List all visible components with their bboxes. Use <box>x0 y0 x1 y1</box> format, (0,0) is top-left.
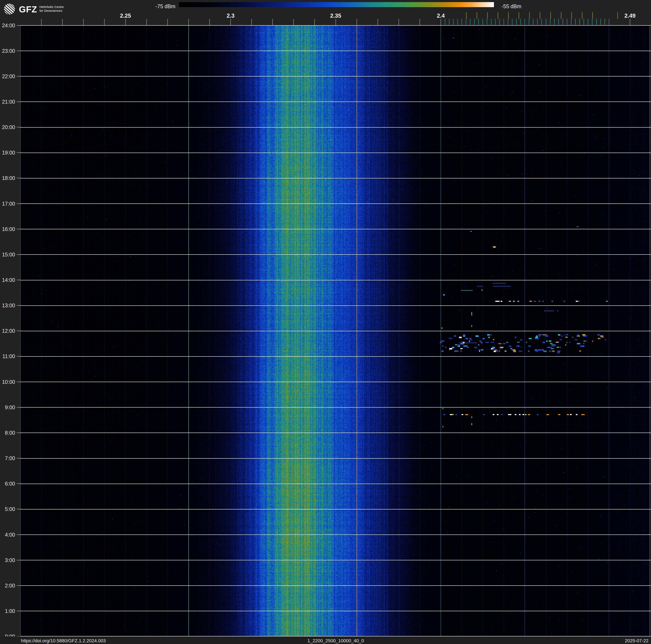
time-tick-label: 22:00 <box>0 73 15 79</box>
time-tick <box>17 560 20 560</box>
channel-tick-yellow <box>592 12 593 19</box>
channel-tick-yellow <box>582 12 582 19</box>
freq-minor-tick <box>167 19 168 25</box>
time-tick <box>17 585 20 586</box>
time-tick-label: 10:00 <box>0 379 15 385</box>
freq-minor-tick <box>188 19 189 25</box>
time-tick-label: 11:00 <box>0 353 15 359</box>
time-tick <box>17 229 20 229</box>
time-tick <box>17 534 20 535</box>
freq-minor-tick <box>293 19 294 25</box>
time-tick <box>17 254 20 255</box>
freq-tick-label: 2.3 <box>226 12 235 19</box>
channel-tick-cyan <box>491 19 491 25</box>
channel-tick-cyan <box>516 19 517 25</box>
gfz-subtitle-line1: Helmholtz Centre <box>39 5 64 9</box>
time-tick-label: 20:00 <box>0 124 15 130</box>
freq-minor-tick <box>378 19 378 25</box>
gfz-subtitle-line2: for Geosciences <box>39 9 64 12</box>
freq-minor-tick <box>125 19 126 25</box>
freq-tick-label: 2.4 <box>437 12 445 19</box>
channel-tick-cyan <box>512 19 513 25</box>
channel-tick-cyan <box>453 19 454 25</box>
freq-minor-tick <box>336 19 336 25</box>
freq-minor-tick <box>104 19 104 25</box>
time-tick-label: 2:00 <box>0 582 15 588</box>
channel-tick-cyan <box>525 19 525 25</box>
channel-tick-yellow <box>529 12 530 19</box>
channel-tick-yellow <box>508 12 508 19</box>
time-tick-label: 18:00 <box>0 175 15 181</box>
channel-tick-cyan <box>495 19 496 25</box>
channel-tick-cyan <box>567 19 567 25</box>
channel-tick-cyan <box>470 19 470 25</box>
gfz-subtitle: Helmholtz Centre for Geosciences <box>39 5 64 12</box>
time-tick <box>17 458 20 459</box>
channel-tick-cyan <box>541 19 542 25</box>
spectrogram-plot <box>20 25 651 637</box>
channel-tick-cyan <box>487 19 487 25</box>
channel-tick-cyan <box>604 19 605 25</box>
time-tick <box>17 51 20 51</box>
time-tick-label: 14:00 <box>0 277 15 283</box>
freq-minor-tick <box>41 19 41 25</box>
freq-minor-tick <box>630 19 630 25</box>
freq-minor-tick <box>209 19 210 25</box>
freq-minor-tick <box>420 19 420 25</box>
gfz-brand-text: GFZ <box>19 4 37 14</box>
time-tick <box>17 101 20 102</box>
time-tick <box>17 382 20 382</box>
date-label: 2025-07-22 <box>625 638 649 644</box>
channel-tick-cyan <box>575 19 576 25</box>
time-tick-label: 5:00 <box>0 506 15 512</box>
channel-tick-yellow <box>487 12 488 19</box>
channel-tick-cyan <box>563 19 563 25</box>
time-tick <box>17 509 20 509</box>
time-tick-label: 24:00 <box>0 22 15 28</box>
time-tick <box>17 356 20 356</box>
channel-tick-cyan <box>529 19 529 25</box>
time-tick-label: 4:00 <box>0 531 15 538</box>
channel-tick-cyan <box>474 19 474 25</box>
channel-tick-cyan <box>579 19 580 25</box>
channel-tick-cyan <box>592 19 592 25</box>
channel-tick-cyan <box>503 19 504 25</box>
time-tick-label: 23:00 <box>0 48 15 54</box>
channel-tick-cyan <box>462 19 462 25</box>
freq-minor-tick <box>356 19 357 25</box>
time-tick-label: 13:00 <box>0 302 15 309</box>
spectrogram-page: { "header": { "logo": { "brand": "GFZ", … <box>0 0 651 644</box>
freq-tick-label: 2.25 <box>120 12 131 19</box>
colorbar-min-label: -75 dBm <box>134 3 175 9</box>
channel-tick-cyan <box>483 19 483 25</box>
channel-tick-cyan <box>609 19 609 25</box>
time-tick <box>17 407 20 408</box>
freq-minor-tick <box>441 19 441 25</box>
colorbar-gradient <box>179 2 494 7</box>
channel-tick-cyan <box>546 19 546 25</box>
channel-tick-cyan <box>449 19 450 25</box>
channel-tick-cyan <box>554 19 555 25</box>
channel-tick-cyan <box>478 19 479 25</box>
freq-minor-tick <box>146 19 147 25</box>
time-tick-label: 7:00 <box>0 455 15 461</box>
colorbar-max-label: -55 dBm <box>501 3 521 9</box>
time-tick <box>17 305 20 305</box>
channel-tick-yellow <box>466 12 467 19</box>
channel-tick-cyan <box>571 19 571 25</box>
freq-minor-tick <box>314 19 315 25</box>
time-tick <box>17 484 20 484</box>
time-tick <box>17 611 20 611</box>
time-tick-label: 8:00 <box>0 430 15 436</box>
channel-tick-cyan <box>445 19 445 25</box>
freq-minor-tick <box>272 19 273 25</box>
time-tick <box>17 433 20 433</box>
freq-tick-label: 2.49 <box>624 12 636 19</box>
dataset-id-label: 1_2200_2500_10000_40_0 <box>20 638 651 644</box>
channel-tick-yellow <box>540 12 540 19</box>
time-tick-label: 19:00 <box>0 150 15 156</box>
channel-tick-cyan <box>520 19 521 25</box>
channel-tick-yellow <box>571 12 572 19</box>
channel-tick-cyan <box>508 19 508 25</box>
channel-tick-yellow <box>561 12 561 19</box>
